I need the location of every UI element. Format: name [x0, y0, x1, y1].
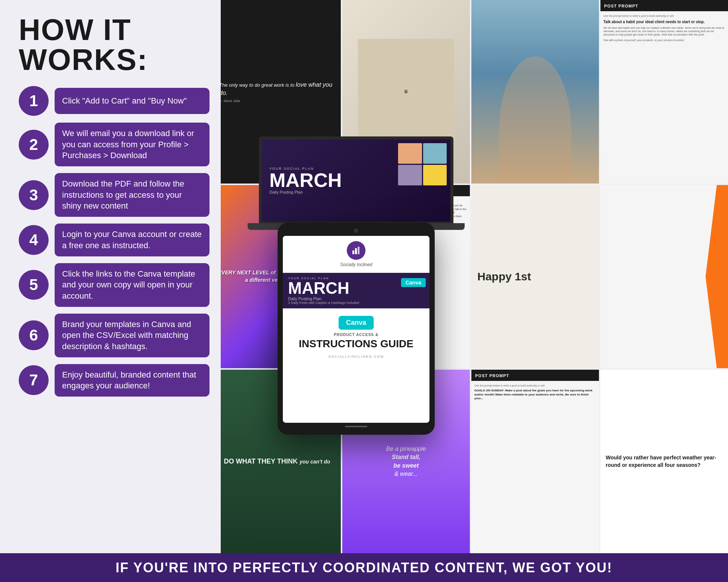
- bottom-banner-text: IF YOU'RE INTO PERFECTLY COORDINATED CON…: [116, 560, 612, 576]
- tablet-wrapper: Socially Inclined YOUR SOCIAL PLAN MARCH…: [278, 222, 435, 435]
- tablet-screen: Socially Inclined YOUR SOCIAL PLAN MARCH…: [283, 236, 429, 423]
- step-number-2: 2: [19, 130, 49, 160]
- laptop-month: MARCH: [269, 170, 342, 190]
- step-text-7: Enjoy beautiful, branded content that en…: [55, 364, 209, 397]
- step-number-7: 7: [19, 365, 49, 395]
- post-prompt-intro: Use the prompt below to write a post to …: [603, 14, 725, 18]
- tablet-bottom-section: Canva PRODUCT ACCESS & INSTRUCTIONS GUID…: [283, 308, 429, 366]
- goals-text: GOALS ON SUNDAY: Make a post about the g…: [474, 389, 596, 401]
- step-number-5: 5: [19, 270, 49, 300]
- would-you-text: Would you rather have perfect weather ye…: [606, 454, 723, 469]
- step-number-6: 6: [19, 320, 49, 350]
- post-prompt-detail: We all have bad habits and can help our …: [603, 26, 725, 36]
- step-3: 3 Download the PDF and follow the instru…: [19, 173, 209, 217]
- svg-rect-1: [355, 248, 357, 254]
- post-prompt-label-1: POST PROMPT: [604, 4, 638, 8]
- laptop-content: YOUR SOCIAL PLAN MARCH Daily Posting Pla…: [262, 139, 450, 222]
- tablet-top-section: Socially Inclined: [283, 236, 429, 273]
- tablet-posts-detail: 3 Daily Posts with Caption & Hashtags In…: [288, 301, 424, 305]
- grid-cell-goals: POST PROMPT Use the prompt below to writ…: [471, 370, 599, 553]
- goals-intro: Use the prompt below to write a post to …: [474, 384, 596, 387]
- svg-rect-2: [358, 247, 360, 254]
- tablet-canva-mid: Canva: [401, 278, 426, 287]
- tablet-home-indicator: [345, 426, 367, 427]
- goals-body: Use the prompt below to write a post to …: [471, 381, 599, 404]
- tablet-url: SOCIALLYINCLINED.COM: [328, 355, 384, 358]
- step-number-1: 1: [19, 86, 49, 116]
- step-text-6: Brand your templates in Canva and open t…: [55, 314, 209, 357]
- collage-1: [398, 143, 422, 164]
- post-prompt-header-1: POST PROMPT: [600, 0, 728, 11]
- bottom-banner: IF YOU'RE INTO PERFECTLY COORDINATED CON…: [0, 553, 728, 582]
- grid-cell-would-you: Would you rather have perfect weather ye…: [600, 370, 728, 553]
- step-text-4: Login to your Canva account or create a …: [55, 224, 209, 256]
- step-1: 1 Click "Add to Cart" and "Buy Now": [19, 86, 209, 116]
- do-what-text: DO WHAT THEY THINK you can't do: [224, 457, 330, 466]
- page-title: HOW IT WORKS:: [19, 15, 209, 75]
- tablet-product-label: PRODUCT ACCESS &: [334, 333, 379, 337]
- tablet-brand: Socially Inclined: [288, 262, 424, 267]
- tablet-daily-label: Daily Posting Plan: [288, 296, 424, 301]
- laptop-screen: YOUR SOCIAL PLAN MARCH Daily Posting Pla…: [262, 139, 450, 222]
- grid-cell-orange: [600, 185, 728, 369]
- steps-list: 1 Click "Add to Cart" and "Buy Now" 2 We…: [19, 86, 209, 397]
- tablet-device: YOUR SOCIAL PLAN MARCH Daily Posting Pla…: [278, 148, 435, 435]
- tablet-guide-title: INSTRUCTIONS GUIDE: [299, 338, 413, 350]
- step-7: 7 Enjoy beautiful, branded content that …: [19, 364, 209, 397]
- goals-label: POST PROMPT: [475, 373, 509, 378]
- step-text-2: We will email you a download link or you…: [55, 123, 209, 166]
- tablet-frame: Socially Inclined YOUR SOCIAL PLAN MARCH…: [278, 222, 435, 435]
- step-5: 5 Click the links to the Canva template …: [19, 263, 209, 307]
- woman-overlay: [471, 0, 599, 184]
- desk-label: 📓: [404, 90, 408, 93]
- step-text-5: Click the links to the Canva template an…: [55, 263, 209, 307]
- collage-4: [423, 165, 447, 185]
- collage-3: [398, 165, 422, 185]
- chart-icon: [351, 245, 361, 256]
- left-panel: HOW IT WORKS: 1 Click "Add to Cart" and …: [0, 0, 221, 553]
- step-2: 2 We will email you a download link or y…: [19, 123, 209, 166]
- happy-text: Happy 1st: [477, 270, 531, 283]
- grid-cell-woman-photo: [471, 0, 599, 184]
- laptop-frame: YOUR SOCIAL PLAN MARCH Daily Posting Pla…: [259, 136, 453, 223]
- tablet-mid-section: YOUR SOCIAL PLAN MARCH Daily Posting Pla…: [283, 273, 429, 308]
- step-text-3: Download the PDF and follow the instruct…: [55, 173, 209, 217]
- tablet-canva-bottom: Canva: [339, 316, 374, 330]
- laptop-subtitle: Daily Posting Plan: [269, 190, 303, 194]
- orange-chevron: [706, 185, 728, 369]
- collage-2: [423, 143, 447, 164]
- post-prompt-question: Talk about a habit your ideal client nee…: [603, 19, 725, 25]
- laptop-device: YOUR SOCIAL PLAN MARCH Daily Posting Pla…: [278, 136, 435, 230]
- step-6: 6 Brand your templates in Canva and open…: [19, 314, 209, 357]
- quote-author: — Steve Jobs: [219, 99, 335, 103]
- step-4: 4 Login to your Canva account or create …: [19, 224, 209, 256]
- quote-text: The only way to do great work is to love…: [219, 81, 335, 98]
- stand-tall-text: Be a pineappleStand tall,be sweet& wear.…: [386, 445, 426, 478]
- step-number-4: 4: [19, 225, 49, 255]
- grid-cell-post-prompt-1: POST PROMPT Use the prompt below to writ…: [600, 0, 728, 184]
- tablet-camera: [354, 228, 358, 233]
- step-text-1: Click "Add to Cart" and "Buy Now": [55, 88, 209, 114]
- grid-cell-happy: Happy 1st: [471, 185, 599, 369]
- tablet-canva-badge-area: Canva: [401, 276, 426, 289]
- goals-header: POST PROMPT: [471, 370, 599, 381]
- step-number-3: 3: [19, 180, 49, 210]
- happy-overlay: Happy 1st: [471, 185, 599, 369]
- post-prompt-pair: Pair with a photo of yourself, your prod…: [603, 39, 725, 42]
- svg-rect-0: [352, 250, 354, 254]
- post-prompt-body-1: Use the prompt below to write a post to …: [600, 11, 728, 45]
- laptop-collage: [398, 143, 447, 185]
- tablet-logo: [347, 241, 365, 260]
